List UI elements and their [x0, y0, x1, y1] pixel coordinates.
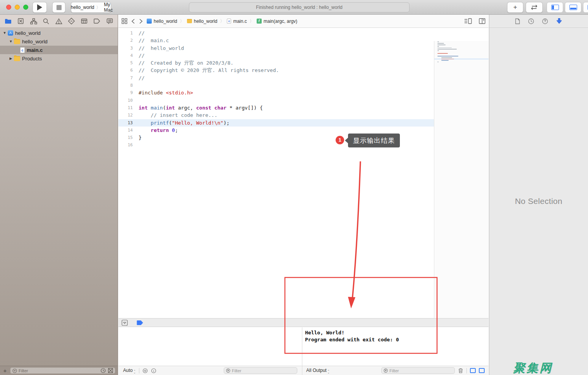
console-output[interactable]: Hello, World! Program ended with exit co… [302, 327, 489, 366]
blue-download-arrow-icon[interactable] [556, 18, 562, 24]
minimap-code-bar [437, 48, 452, 48]
debug-navigator-tab[interactable] [80, 17, 89, 26]
no-selection-label: No Selection [489, 197, 588, 206]
disclosure-triangle-icon[interactable]: ▼ [2, 31, 7, 35]
zoom-window-button[interactable] [23, 5, 28, 10]
breakpoints-toggle-icon[interactable] [136, 320, 144, 325]
line-number[interactable]: 8 [118, 82, 133, 89]
variables-filter-field[interactable]: Filter [224, 367, 297, 374]
library-button[interactable]: + [507, 2, 523, 13]
inspector-panel: No Selection 聚集网 [489, 15, 588, 375]
history-inspector-icon[interactable] [528, 18, 534, 24]
code-line-1: 1// [118, 29, 434, 37]
project-navigator-tab[interactable] [4, 17, 12, 26]
filter-icon [12, 368, 17, 373]
variables-view[interactable] [118, 327, 302, 366]
breadcrumb-item[interactable]: main(argc, argv) [264, 19, 297, 24]
play-icon [37, 4, 42, 10]
code-text: return 0; [133, 127, 178, 134]
minimap-code-bar [437, 46, 439, 47]
code-line-8: 8 [118, 82, 434, 89]
project-file-tree: ▼hello_world▼hello_worldmain.c▶Products [0, 29, 118, 63]
source-control-navigator-tab[interactable] [17, 17, 25, 26]
tree-item-hello_world[interactable]: ▼hello_world [0, 37, 118, 46]
console-filter-field[interactable]: Filter [381, 367, 455, 374]
chevron-updown-icon: ⌃⌄ [134, 370, 136, 373]
hide-debug-area-icon[interactable] [122, 320, 128, 326]
scheme-selector[interactable]: hello_world 〉 My Mac [71, 2, 111, 13]
code-text [133, 97, 139, 104]
scope-dropdown[interactable]: Auto⌃⌄ [123, 368, 136, 373]
line-number[interactable]: 15 [118, 134, 133, 141]
stop-icon [57, 5, 62, 10]
find-navigator-tab[interactable] [42, 17, 50, 26]
minimap-code-bar [437, 53, 448, 54]
editor-minimap[interactable] [434, 41, 489, 318]
toggle-navigator-button[interactable] [547, 2, 563, 13]
minimize-window-button[interactable] [15, 5, 20, 10]
breadcrumb-item[interactable]: main.c [233, 19, 247, 24]
clear-console-trash-icon[interactable] [458, 368, 463, 373]
close-window-button[interactable] [6, 5, 11, 10]
line-number[interactable]: 4 [118, 52, 133, 59]
tree-item-hello_world[interactable]: ▼hello_world [0, 29, 118, 37]
code-text: // main.c [133, 37, 169, 44]
line-number[interactable]: 13 [118, 119, 133, 127]
breadcrumb-item[interactable]: hello_world [194, 19, 218, 24]
toggle-inspector-button[interactable] [583, 2, 588, 13]
code-line-11: 11int main(int argc, const char * argv[]… [118, 104, 434, 111]
toggle-debug-area-button[interactable] [565, 2, 581, 13]
line-number[interactable]: 2 [118, 37, 133, 44]
show-only-variables-icon[interactable] [142, 368, 148, 373]
source-control-status-icon[interactable] [108, 368, 113, 373]
go-back-button[interactable] [131, 19, 135, 24]
breakpoint-navigator-tab[interactable] [93, 17, 101, 26]
info-icon[interactable] [151, 368, 156, 373]
navigator-filter-field[interactable]: Filter [10, 367, 115, 374]
add-file-button[interactable]: + [2, 367, 8, 374]
recent-files-clock-icon[interactable] [101, 368, 106, 373]
related-items-icon[interactable] [122, 18, 127, 24]
disclosure-triangle-icon[interactable]: ▶ [9, 57, 13, 60]
console-pane-toggle-icon[interactable] [479, 368, 485, 373]
line-number[interactable]: 9 [118, 89, 133, 96]
line-number[interactable]: 10 [118, 97, 133, 104]
adjust-editor-options-icon[interactable] [464, 18, 472, 24]
add-editor-icon[interactable] [479, 18, 485, 24]
tree-item-Products[interactable]: ▶Products [0, 54, 118, 63]
editor-area: hello_world〉hello_world〉main.c〉main(argc… [118, 15, 489, 375]
symbol-navigator-tab[interactable] [29, 17, 38, 26]
report-navigator-tab[interactable] [105, 17, 114, 26]
line-number[interactable]: 14 [118, 127, 133, 134]
file-inspector-icon[interactable] [515, 18, 520, 24]
code-line-14: 14 return 0; [118, 127, 434, 134]
tree-item-main.c[interactable]: main.c [0, 46, 118, 54]
breadcrumb-item[interactable]: hello_world [154, 19, 177, 24]
minimap-code-bar [437, 45, 446, 45]
stop-button[interactable] [52, 2, 65, 13]
console-line: Hello, World! [305, 329, 489, 336]
line-number[interactable]: 5 [118, 59, 133, 67]
disclosure-triangle-icon[interactable]: ▼ [9, 39, 13, 43]
source-code-editor[interactable]: 1//2// main.c3// hello_world4//5// Creat… [118, 28, 489, 318]
console-scope-dropdown[interactable]: All Output⌃⌄ [306, 368, 330, 373]
breadcrumb[interactable]: hello_world〉hello_world〉main.c〉main(argc… [147, 18, 297, 24]
line-number[interactable]: 6 [118, 67, 133, 74]
line-number[interactable]: 11 [118, 104, 133, 111]
test-navigator-tab[interactable] [67, 17, 76, 26]
line-number[interactable]: 12 [118, 111, 133, 119]
code-line-6: 6// Copyright © 2020 亓官. All rights rese… [118, 67, 434, 74]
editor-mode-button[interactable] [526, 2, 543, 13]
line-number[interactable]: 1 [118, 29, 133, 37]
minimap-code-bar [437, 62, 439, 62]
go-forward-button[interactable] [139, 19, 143, 24]
quick-help-inspector-icon[interactable] [542, 18, 548, 24]
issue-navigator-tab[interactable] [55, 17, 63, 26]
line-number[interactable]: 7 [118, 74, 133, 82]
app-breadcrumb-icon [147, 19, 152, 24]
run-button[interactable] [33, 2, 47, 13]
variables-pane-toggle-icon[interactable] [470, 368, 476, 373]
line-number[interactable]: 16 [118, 141, 133, 149]
code-text: // Created by 亓官 on 2020/3/8. [133, 59, 233, 67]
line-number[interactable]: 3 [118, 45, 133, 52]
